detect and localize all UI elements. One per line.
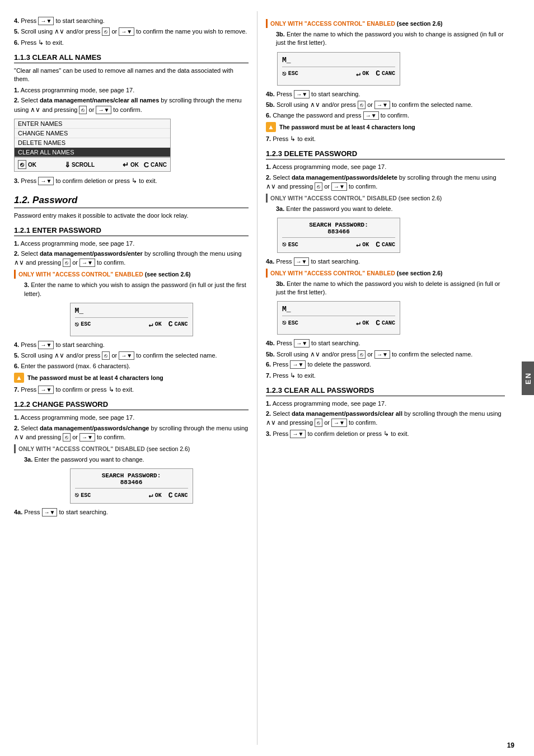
lcd-search-123d: SEARCH PASSWORD:883466 ⎋ ESC ↵ OK C CANC bbox=[277, 218, 400, 253]
scroll-icon-121: ∧∨ bbox=[14, 259, 24, 266]
warn-text-121: The password must be at least 4 characte… bbox=[27, 374, 163, 381]
ok-key-123d-2: ↵ bbox=[356, 318, 360, 327]
section-1-2-3-delete-title: 1.2.3 DELETE PASSWORD bbox=[266, 149, 505, 159]
canc-label-121-1: CANC bbox=[174, 321, 188, 327]
step-5b-122: 5b. Scroll using ∧∨ and/or press ⎋ or →▼… bbox=[266, 100, 505, 110]
step-4b-123d: 4b. Press →▼ to start searching. bbox=[266, 339, 505, 348]
scroll-icon-123d-5b: ∧∨ bbox=[310, 350, 320, 358]
disabled-bar-123d: ONLY WITH "ACCESS CONTROL" DISABLED (see… bbox=[266, 194, 505, 203]
step-6-123d: 6. Press →▼ to delete the password. bbox=[266, 360, 505, 369]
esc-label-122-r1: ESC bbox=[288, 71, 298, 77]
page-number: 19 bbox=[507, 741, 514, 749]
section-1-2-2-title: 1.2.2 CHANGE PASSWORD bbox=[14, 400, 249, 410]
disabled-bar-122: ONLY WITH "ACCESS CONTROL" DISABLED (see… bbox=[14, 444, 249, 453]
section-1-2-3-clear-title: 1.2.3 CLEAR ALL PASSWORDS bbox=[266, 386, 505, 396]
esc-key-121-1: ⎋ bbox=[75, 320, 79, 329]
section-1-1-3-desc: "Clear all names" can be used to remove … bbox=[14, 67, 249, 84]
exit-icon-121-7: ↳ bbox=[109, 386, 114, 393]
confirm-icon-122-6: →▼ bbox=[363, 111, 379, 120]
ok-canc-btn-123d-2: ↵ OK C CANC bbox=[356, 318, 395, 327]
canc-key-122-r1: C bbox=[376, 69, 380, 78]
ok-label-122-r1: OK bbox=[362, 71, 369, 77]
section-1-2-1-title: 1.2.1 ENTER PASSWORD bbox=[14, 226, 249, 236]
ok-label-122: OK bbox=[155, 492, 162, 499]
ow-ref-122-cont: (see section 2.6) bbox=[397, 20, 443, 27]
scroll-label: SCROLL bbox=[72, 162, 95, 168]
side-tab-en: EN bbox=[522, 361, 534, 395]
scroll-icon-121-5: ∧∨ bbox=[54, 351, 64, 359]
step-5b-123d: 5b. Scroll using ∧∨ and/or press ⎋ or →▼… bbox=[266, 350, 505, 359]
esc-btn-122: ⎋ ESC bbox=[75, 491, 91, 500]
esc-icon-121-5: ⎋ bbox=[102, 351, 110, 360]
scroll-icon-123c: ∧∨ bbox=[266, 419, 276, 426]
section-1-2-2-cont: ONLY WITH "ACCESS CONTROL" ENABLED (see … bbox=[266, 19, 505, 144]
lcd-line-123d-2 bbox=[282, 316, 395, 316]
only-with-enabled-121: ONLY WITH "ACCESS CONTROL" ENABLED (see … bbox=[14, 270, 249, 279]
step-4-intro: 4. Press →▼ to start searching. bbox=[14, 17, 249, 25]
ok-icon-122-5b: →▼ bbox=[374, 101, 390, 109]
esc-btn-123d-2: ⎋ ESC bbox=[282, 318, 298, 327]
delete-icon-123d-6: →▼ bbox=[290, 360, 306, 369]
warn-box-122: ▲ The password must be at least 4 charac… bbox=[266, 122, 505, 132]
section-1-1-3: 1.1.3 CLEAR ALL NAMES "Clear all names" … bbox=[14, 53, 249, 186]
esc-label-122: ESC bbox=[81, 492, 91, 499]
esc-label-123d-2: ESC bbox=[288, 320, 298, 326]
lcd-buttons-123d: ⎋ ESC ↵ OK C CANC bbox=[282, 240, 395, 249]
section-1-2-1: 1.2.1 ENTER PASSWORD 1. Access programmi… bbox=[14, 226, 249, 395]
scroll-icon-2: ∧∨ bbox=[30, 106, 40, 114]
lcd-text-122-r1: M_ bbox=[282, 56, 395, 64]
step-3a-123d: 3a. Enter the password you want to delet… bbox=[276, 205, 505, 213]
scroll-up-down-icon: ∧∨ bbox=[54, 27, 64, 35]
lcd-search-title-123d: SEARCH PASSWORD:883466 bbox=[282, 222, 395, 235]
lcd-box-122-right1: M_ ⎋ ESC ↵ OK C CANC bbox=[277, 52, 400, 86]
step-1-123c: 1. Access programming mode, see page 17. bbox=[266, 400, 505, 408]
only-with-enabled-122-cont: ONLY WITH "ACCESS CONTROL" ENABLED (see … bbox=[266, 19, 505, 28]
warn-box-121: ▲ The password must be at least 4 charac… bbox=[14, 373, 249, 383]
scroll-arrow: ⇓ bbox=[64, 161, 71, 169]
ok-key-122: ↵ bbox=[149, 491, 153, 500]
ow-ref-121: (see section 2.6) bbox=[145, 271, 191, 278]
esc-key-123d: ⎋ bbox=[282, 240, 287, 249]
intro-steps: 4. Press →▼ to start searching. 5. Scrol… bbox=[14, 17, 249, 48]
menu-item-clear-all-names: CLEAR ALL NAMES bbox=[15, 148, 170, 157]
section-1-2-3-clear: 1.2.3 CLEAR ALL PASSWORDS 1. Access prog… bbox=[266, 386, 505, 439]
exit-icon-inline: ↳ bbox=[38, 39, 44, 46]
ok-canc-btn-122: ↵ OK C CANC bbox=[149, 491, 188, 500]
ok-canc-btn-123d: ↵ OK C CANC bbox=[356, 240, 395, 249]
left-column: 4. Press →▼ to start searching. 5. Scrol… bbox=[0, 11, 257, 745]
step-7-121: 7. Press →▼ to confirm or press ↳ to exi… bbox=[14, 385, 249, 395]
step-1-113: 1. Access programming mode, see page 17. bbox=[14, 86, 249, 95]
canc-key-symbol: C bbox=[144, 161, 149, 169]
menu-box-clear-all-names: ENTER NAMES CHANGE NAMES DELETE NAMES CL… bbox=[14, 119, 171, 172]
ok-icon-2: →▼ bbox=[96, 106, 111, 114]
search-icon: →▼ bbox=[38, 17, 54, 25]
step-7-122: 7. Press ↳ to exit. bbox=[266, 134, 505, 144]
lcd-line-121-1 bbox=[75, 317, 188, 318]
step-4-121: 4. Press →▼ to start searching. bbox=[14, 341, 249, 349]
esc-icon-121: ⎋ bbox=[63, 259, 71, 267]
canc-key-121-1: C bbox=[168, 320, 173, 328]
lcd-box-121-1: M_ ⎋ ESC ↵ OK C CANC bbox=[70, 303, 193, 336]
step-3-113: 3. Press →▼ to confirm deletion or press… bbox=[14, 176, 249, 186]
ok-key-123d: ↵ bbox=[356, 240, 360, 249]
esc-key-122-r1: ⎋ bbox=[282, 69, 287, 78]
search-icon-122-4a: →▼ bbox=[42, 508, 58, 516]
disabled-ref-122: (see section 2.6) bbox=[147, 445, 190, 452]
section-1-2-title: 1.2. Password bbox=[14, 195, 249, 208]
only-with-enabled-123d: ONLY WITH "ACCESS CONTROL" ENABLED (see … bbox=[266, 269, 505, 278]
esc-icon-123d: ⎋ bbox=[315, 182, 322, 191]
ok-key-symbol: ↵ bbox=[123, 161, 129, 169]
scroll-icon-123d: ∧∨ bbox=[266, 182, 276, 190]
esc-key-123d-2: ⎋ bbox=[282, 318, 287, 327]
esc-icon-123d-5b: ⎋ bbox=[358, 350, 366, 359]
esc-icon-123c: ⎋ bbox=[315, 419, 322, 427]
ok-canc-btn: ↵ OK C CANC bbox=[123, 161, 167, 169]
warn-text-122: The password must be at least 4 characte… bbox=[279, 124, 415, 130]
ok-icon-121: →▼ bbox=[79, 259, 95, 267]
exit-icon-122-7: ↳ bbox=[290, 135, 296, 143]
step-6-121: 6. Enter the password (max. 6 characters… bbox=[14, 362, 249, 370]
ok-key-121-1: ↵ bbox=[149, 320, 153, 329]
step-5-intro: 5. Scroll using ∧∨ and/or press ⎋ or →▼ … bbox=[14, 27, 249, 36]
step-4b-122: 4b. Press →▼ to start searching. bbox=[266, 90, 505, 98]
scroll-icon-122: ∧∨ bbox=[14, 433, 24, 441]
